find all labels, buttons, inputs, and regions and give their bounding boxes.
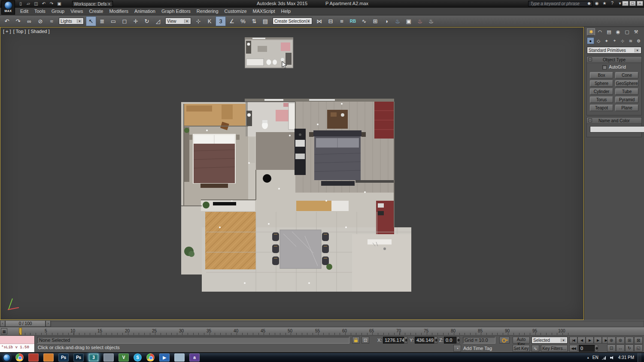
open-mini-curve-editor-icon[interactable]: ▦ (1, 328, 7, 335)
taskbar-remote-window-icon[interactable] (174, 353, 185, 362)
frame-spinner[interactable] (595, 345, 598, 352)
track-bar[interactable]: ▦ 51015202530354045505560657075808590951… (0, 327, 644, 336)
viewport-top[interactable]: [ + ] [ Top ] [ Shaded ] (0, 27, 584, 320)
lights-subtab-icon[interactable]: ✦ (603, 37, 610, 44)
sign-in-icon[interactable]: ☻ (586, 1, 592, 6)
cylinder-button[interactable]: Cylinder (590, 88, 613, 95)
pan-view-icon[interactable]: ↔ (616, 344, 625, 352)
space-warps-subtab-icon[interactable]: ≋ (627, 37, 635, 44)
object-name-input[interactable] (590, 126, 644, 133)
time-slider-handle[interactable]: 0 / 100 (5, 320, 46, 327)
zoom-icon[interactable]: ⊕ (607, 337, 616, 344)
language-indicator[interactable]: EN (592, 355, 598, 360)
x-coordinate-field[interactable]: 1276.174 (383, 337, 404, 344)
menu-item[interactable]: Tools (31, 8, 49, 15)
tube-button[interactable]: Tube (615, 88, 638, 95)
named-selection-dropdown[interactable]: Create Selection Se (273, 18, 312, 24)
material-editor-icon[interactable]: ◑ (381, 16, 392, 26)
communication-center-icon[interactable]: ◉ (594, 1, 599, 6)
render-setup-icon[interactable]: ♨ (392, 16, 403, 26)
help-icon[interactable]: ? (610, 1, 615, 6)
systems-subtab-icon[interactable]: ⚙ (635, 37, 642, 44)
close-button[interactable]: × (637, 1, 643, 6)
menu-item[interactable]: Edit (17, 8, 31, 15)
cone-button[interactable]: Cone (615, 72, 638, 78)
spinner-snap-icon[interactable]: ⇅ (249, 16, 259, 26)
y-spinner[interactable] (434, 337, 437, 344)
name-and-color-rollout-header[interactable]: Name and Color (587, 118, 641, 124)
key-mode-dropdown[interactable]: Selected (532, 337, 568, 344)
autogrid-checkbox[interactable] (602, 65, 607, 69)
maximize-button[interactable]: ▢ (629, 1, 636, 6)
auto-key-button[interactable]: Auto Key (513, 337, 530, 344)
primitive-category-dropdown[interactable]: Standard Primitives (587, 47, 641, 54)
z-spinner[interactable] (456, 337, 460, 344)
display-tab-icon[interactable]: ▢ (623, 28, 631, 36)
minimize-button[interactable]: – (622, 1, 629, 6)
current-frame-field[interactable]: 0 (579, 345, 595, 352)
curve-editor-icon[interactable]: ∿ (359, 16, 369, 26)
taskbar-chrome-icon[interactable] (15, 353, 24, 362)
absolute-offset-toggle[interactable]: ⊡ (361, 337, 369, 344)
sphere-button[interactable]: Sphere (590, 80, 613, 87)
taskbar-photoshop-alt-icon[interactable]: Ps (73, 353, 84, 362)
menu-item[interactable]: Rendering (194, 8, 222, 15)
previous-frame-button[interactable]: ◀ (577, 337, 586, 344)
select-by-name-icon[interactable]: ≣ (97, 16, 107, 26)
menu-item[interactable]: MAXScript (250, 8, 278, 15)
menu-item[interactable]: Animation (131, 8, 158, 15)
time-slider-prev-button[interactable]: ‹ (0, 320, 5, 327)
application-menu-button[interactable]: MAX (1, 0, 15, 15)
previous-key-button[interactable]: ◀◀ (569, 345, 577, 352)
taskbar-3dsmax-icon[interactable]: 3 (88, 353, 99, 362)
percent-snap-icon[interactable]: % (238, 16, 248, 26)
undo-icon[interactable]: ↶ (2, 16, 12, 26)
helpers-subtab-icon[interactable]: ⊹ (619, 37, 626, 44)
box-button[interactable]: Box (590, 72, 613, 78)
zoom-extents-all-icon[interactable]: ⊠ (634, 337, 643, 344)
mirror-icon[interactable]: ⋈ (314, 16, 325, 26)
maximize-viewport-toggle-icon[interactable]: ◱ (634, 344, 643, 352)
network-icon[interactable] (602, 356, 607, 360)
add-time-tag-button[interactable]: Add Time Tag (463, 346, 492, 351)
render-production-icon[interactable]: ♨ (415, 16, 425, 26)
redo-icon[interactable]: ↷ (13, 16, 23, 26)
workspace-dropdown[interactable]: Workspace: Default (72, 1, 113, 7)
edit-named-selection-sets-icon[interactable]: ▤ (260, 16, 270, 26)
go-to-start-button[interactable]: |◀ (569, 337, 577, 344)
start-button[interactable] (3, 354, 11, 362)
create-tab-icon[interactable]: ✱ (587, 28, 595, 36)
render-iterative-icon[interactable]: ♨ (426, 16, 436, 26)
taskbar-photoshop-icon[interactable]: Ps (58, 353, 69, 362)
select-and-rotate-icon[interactable]: ↻ (142, 16, 152, 26)
hierarchy-tab-icon[interactable]: ▤ (605, 28, 613, 36)
angle-snap-icon[interactable]: ∠ (227, 16, 237, 26)
geometry-subtab-icon[interactable]: ● (587, 37, 594, 44)
zoom-region-icon[interactable]: ⊡ (607, 344, 616, 352)
snaps-toggle-icon[interactable]: 3 (216, 16, 226, 26)
time-slider-next-button[interactable]: › (46, 320, 51, 327)
redo-scene-icon[interactable]: ↷ (48, 0, 55, 7)
selection-filter-dropdown[interactable]: Lights (59, 18, 84, 24)
modify-tab-icon[interactable]: ◠ (596, 28, 604, 36)
arc-rotate-icon[interactable]: ↻ (625, 344, 634, 352)
selection-region-icon[interactable]: ▭ (108, 16, 118, 26)
menu-item[interactable]: Graph Editors (158, 8, 194, 15)
taskbar-media-player-icon[interactable]: ▶ (159, 353, 170, 362)
time-tag-icon[interactable]: ◔ (453, 345, 461, 352)
bind-to-space-warp-icon[interactable]: ≈ (46, 16, 57, 26)
teapot-button[interactable]: Teapot (590, 105, 613, 111)
select-and-move-icon[interactable]: ✛ (131, 16, 141, 26)
menu-item[interactable]: Group (49, 8, 68, 15)
zoom-all-icon[interactable]: ⊛ (616, 337, 625, 344)
menu-item[interactable]: Views (67, 8, 86, 15)
next-frame-button[interactable]: ▶ (594, 337, 602, 344)
rendered-frame-window-icon[interactable]: ▣ (404, 16, 414, 26)
save-file-icon[interactable]: ◫ (33, 0, 39, 7)
zoom-extents-icon[interactable]: ⊞ (625, 337, 634, 344)
select-and-scale-icon[interactable]: ◿ (153, 16, 163, 26)
y-coordinate-field[interactable]: 436.149 (415, 337, 434, 344)
utilities-tab-icon[interactable]: ⚒ (632, 28, 640, 36)
z-coordinate-field[interactable]: 0.0 (444, 337, 457, 344)
viewport-view-label[interactable]: [ Top ] (13, 29, 26, 34)
